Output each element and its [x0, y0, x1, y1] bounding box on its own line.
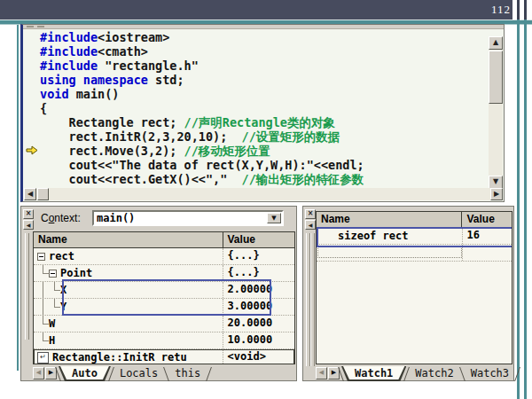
- column-header-name: Name: [317, 212, 461, 227]
- accent-vertical-line-left: [17, 25, 19, 371]
- editor-vertical-scrollbar[interactable]: ▲ ▼: [489, 36, 503, 189]
- code-line: cout<<rect.GetX()<<"," //输出矩形的特征参数: [40, 172, 364, 186]
- column-header-value: Value: [461, 212, 512, 227]
- row-value: 3.00000: [223, 299, 294, 315]
- table-row[interactable]: rect{...}: [34, 248, 294, 265]
- code-area[interactable]: #include<iostream>#include<cmath>#includ…: [40, 30, 364, 186]
- dropdown-arrow-icon[interactable]: ▼: [267, 213, 281, 223]
- tree-guide: [37, 265, 49, 281]
- accent-vertical-line-right-1: [517, 0, 520, 399]
- column-header-value: Value: [223, 232, 294, 247]
- table-row[interactable]: H10.0000: [34, 332, 294, 349]
- tab-scroll-left-icon[interactable]: ◀: [33, 367, 44, 379]
- code-line: Rectangle rect; //声明Rectangle类的对象: [40, 115, 364, 129]
- context-value: main(): [97, 212, 135, 224]
- watch-table-header: Name Value: [317, 212, 512, 228]
- row-value: [462, 245, 512, 261]
- panel-gripper[interactable]: [310, 233, 315, 366]
- current-statement-arrow-icon: [26, 145, 38, 155]
- code-token: //设置矩形的数据: [242, 129, 340, 144]
- code-token: #include: [40, 44, 98, 59]
- tab-auto[interactable]: Auto: [59, 366, 111, 381]
- slide-header-bar: [0, 0, 512, 20]
- slide: 112 #include<iostream>#include<cmath>#in…: [0, 0, 532, 399]
- row-value: {...}: [223, 265, 294, 281]
- close-icon[interactable]: ×: [23, 209, 34, 219]
- tab-watch2[interactable]: Watch2: [407, 366, 461, 381]
- code-line: rect.InitR(2,3,20,10); //设置矩形的数据: [40, 129, 364, 144]
- scroll-down-icon[interactable]: ▼: [489, 176, 503, 189]
- row-value: 2.00000: [223, 282, 294, 298]
- code-token: {: [40, 101, 47, 115]
- tree-guide: [37, 316, 49, 332]
- code-token: rect.InitR(2,3,20,10);: [40, 129, 242, 144]
- page-number: 112: [491, 3, 511, 17]
- row-name: sizeof rect: [338, 229, 408, 244]
- horizontal-scroll-thumb[interactable]: [37, 188, 49, 200]
- tab-watch3[interactable]: Watch3: [463, 366, 517, 381]
- tab-watch1[interactable]: Watch1: [341, 366, 406, 381]
- variables-tabbar: ◀ ▶ AutoLocalsthis: [33, 366, 209, 381]
- scroll-left-icon[interactable]: ◀: [24, 188, 36, 200]
- table-row[interactable]: ↵Rectangle::InitR retu<void>: [34, 349, 294, 364]
- accent-vertical-line-right-2: [524, 0, 527, 399]
- code-editor-window: #include<iostream>#include<cmath>#includ…: [20, 24, 505, 202]
- code-line: rect.Move(3,2); //移动矩形位置: [40, 144, 364, 158]
- watch-table[interactable]: Name Value sizeof rect16: [316, 211, 512, 364]
- code-token: <cmath>: [98, 44, 148, 59]
- tree-guide: [49, 282, 60, 298]
- code-token: cout<<"The data of rect(X,Y,W,H):"<<endl…: [40, 158, 364, 172]
- close-icon[interactable]: ×: [305, 209, 316, 219]
- dock-collapse-icon[interactable]: ◀: [305, 220, 316, 230]
- code-line: #include<iostream>: [40, 30, 364, 44]
- context-label: Context:: [41, 212, 81, 224]
- code-line: #include<cmath>: [40, 44, 364, 59]
- table-row[interactable]: sizeof rect16: [317, 228, 512, 245]
- row-name: W: [49, 317, 55, 332]
- table-row[interactable]: X2.00000: [34, 282, 294, 299]
- code-token: main(): [69, 87, 120, 101]
- row-name: Y: [60, 300, 66, 315]
- code-token: rect.Move(3,2);: [40, 144, 184, 158]
- code-token: //输出矩形的特征参数: [242, 172, 364, 186]
- tab-scroll-left-icon[interactable]: ◀: [316, 367, 327, 379]
- collapse-minus-icon[interactable]: [49, 270, 57, 278]
- scroll-right-icon[interactable]: ▶: [490, 188, 503, 200]
- code-line: cout<<"The data of rect(X,Y,W,H):"<<endl…: [40, 158, 364, 172]
- table-row[interactable]: W20.0000: [34, 316, 294, 332]
- code-token: #include: [40, 30, 98, 44]
- row-value: 10.0000: [223, 332, 294, 348]
- variables-panel: × ◀ Context: main() ▼ Name Value rect{..…: [20, 206, 297, 381]
- scroll-up-icon[interactable]: ▲: [489, 36, 503, 50]
- variables-table[interactable]: Name Value rect{...}Point{...}X2.00000Y3…: [33, 231, 295, 364]
- tree-guide: [49, 299, 60, 315]
- code-token: "rectangle.h": [98, 59, 199, 73]
- code-line: void main(): [40, 87, 364, 101]
- row-value: 16: [462, 228, 512, 244]
- code-token: <iostream>: [98, 30, 169, 44]
- dock-collapse-icon[interactable]: ◀: [23, 220, 34, 230]
- vertical-scroll-thumb[interactable]: [489, 51, 503, 104]
- watch-panel: × ◀ Name Value sizeof rect16 ◀ ▶ Watch1W…: [302, 206, 514, 381]
- editor-horizontal-scrollbar[interactable]: ◀ ▶: [24, 188, 503, 200]
- row-name: H: [49, 333, 55, 348]
- code-line: {: [40, 101, 364, 115]
- panel-gripper[interactable]: [25, 233, 29, 340]
- tab-locals[interactable]: Locals: [112, 366, 166, 381]
- code-token: #include: [40, 59, 98, 73]
- column-header-name: Name: [34, 232, 223, 247]
- collapse-minus-icon[interactable]: [37, 253, 45, 261]
- code-token: void: [40, 87, 69, 101]
- row-value: {...}: [223, 248, 294, 264]
- return-value-icon: ↵: [37, 352, 49, 364]
- watch-tabbar: ◀ ▶ Watch1Watch2Watch3: [316, 366, 518, 381]
- editor-top-edge: [23, 25, 504, 29]
- variables-table-header: Name Value: [34, 232, 294, 248]
- context-dropdown[interactable]: main() ▼: [92, 210, 284, 226]
- code-token: //声明Rectangle类的对象: [184, 115, 335, 129]
- tab-this[interactable]: this: [167, 366, 208, 381]
- table-row[interactable]: Point{...}: [34, 265, 294, 282]
- table-row[interactable]: Y3.00000: [34, 299, 294, 316]
- code-token: Rectangle rect;: [40, 115, 184, 129]
- table-row[interactable]: [317, 245, 512, 262]
